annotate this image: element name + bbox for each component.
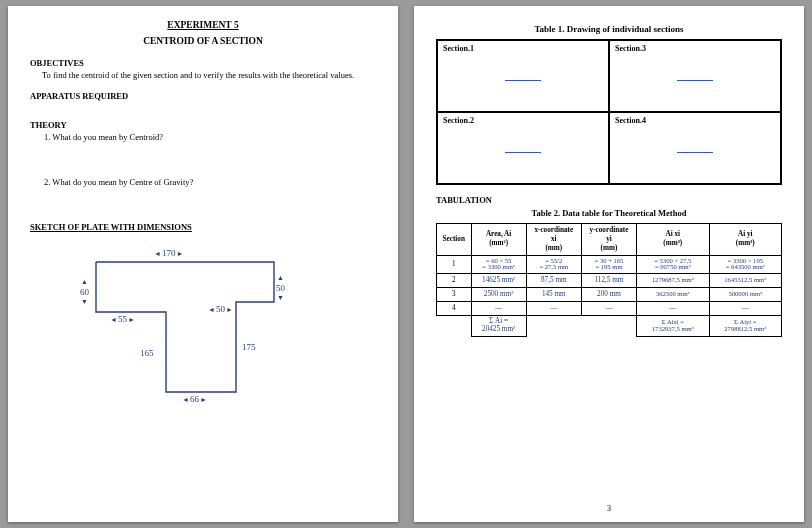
question-1: 1. What do you mean by Centroid? [44, 132, 376, 143]
theory-questions: 1. What do you mean by Centroid? 2. What… [44, 132, 376, 187]
cell-n: 3 [437, 288, 472, 302]
col-ax: Ai xi(mm³) [637, 223, 709, 255]
section-3-cell: Section.3 [609, 40, 781, 112]
cell-y: = 30 + 165= 195 mm [581, 255, 636, 274]
cell-ax: 1279687,5 mm³ [637, 274, 709, 288]
section-4-label: Section.4 [615, 116, 646, 125]
col-area: Area, Ai(mm²) [471, 223, 526, 255]
sum-area: Σ Ai =20425 mm² [471, 316, 526, 337]
dim-top: 170 [154, 248, 183, 259]
table-row: 2 14625 mm² 87,5 mm 112,5 mm 1279687,5 m… [437, 274, 782, 288]
cell-n: 4 [437, 302, 472, 316]
col-section: Section [437, 223, 472, 255]
q1-text: What do you mean by Centroid? [52, 132, 163, 142]
dim-50: 50 [208, 304, 233, 315]
question-2: 2. What do you mean by Centre of Gravity… [44, 177, 376, 188]
cell-area: 2500 mm² [471, 288, 526, 302]
sketch-dash-icon [505, 152, 541, 153]
dim-175: 175 [242, 342, 256, 353]
cell-n: 2 [437, 274, 472, 288]
experiment-subtitle: CENTROID OF A SECTION [30, 36, 376, 48]
cell-ay: = 3300 × 195= 643500 mm³ [709, 255, 782, 274]
col-x: x-coordinatexi(mm) [526, 223, 581, 255]
sum-ay: Σ Aiyi =2798812,5 mm³ [709, 316, 782, 337]
dim-bottom: 66 [182, 394, 207, 405]
cell-ax: 362500 mm³ [637, 288, 709, 302]
cell-x: 145 mm [526, 288, 581, 302]
page-number: 3 [414, 504, 804, 514]
cell-area: — [471, 302, 526, 316]
q1-number: 1. [44, 132, 50, 142]
dim-left-60: 60 [80, 278, 89, 307]
cell-ay: — [709, 302, 782, 316]
sum-ax: Σ Aixi =1732937,5 mm³ [637, 316, 709, 337]
cell-n: 1 [437, 255, 472, 274]
table-header-row: Section Area, Ai(mm²) x-coordinatexi(mm)… [437, 223, 782, 255]
table-row: 3 2500 mm² 145 mm 200 mm 362500 mm³ 5000… [437, 288, 782, 302]
col-ay: Ai yi(mm³) [709, 223, 782, 255]
col-y: y-coordinateyi(mm) [581, 223, 636, 255]
table-body: 1 = 60 × 55= 3300 mm² = 55/2= 27,5 mm = … [437, 255, 782, 337]
plate-sketch: 170 50 60 55 50 165 175 66 [64, 244, 324, 404]
section-1-label: Section.1 [443, 44, 474, 53]
sketch-dash-icon [505, 80, 541, 81]
q2-number: 2. [44, 177, 50, 187]
table2-title: Table 2. Data table for Theoretical Meth… [436, 208, 782, 219]
cell-x: — [526, 302, 581, 316]
objectives-text: To find the centroid of the given sectio… [42, 70, 376, 81]
data-table: Section Area, Ai(mm²) x-coordinatexi(mm)… [436, 223, 782, 338]
cell-ax: = 3300 × 27,5= 90750 mm³ [637, 255, 709, 274]
table-row: 4 — — — — — [437, 302, 782, 316]
cell-ay: 1645312,5 mm³ [709, 274, 782, 288]
dim-right-50: 50 [276, 274, 285, 303]
table-row: 1 = 60 × 55= 3300 mm² = 55/2= 27,5 mm = … [437, 255, 782, 274]
sketch-dash-icon [677, 152, 713, 153]
theory-heading: THEORY [30, 120, 376, 131]
dim-165: 165 [140, 348, 154, 359]
section-4-cell: Section.4 [609, 112, 781, 184]
section-2-label: Section.2 [443, 116, 474, 125]
cell-x: 87,5 mm [526, 274, 581, 288]
sketch-heading: SKETCH OF PLATE WITH DIMENSIONS [30, 222, 376, 233]
apparatus-heading: APPARATUS REQUIRED [30, 91, 376, 102]
sketch-dash-icon [677, 80, 713, 81]
plate-outline [64, 244, 324, 404]
cell-ay: 500000 mm³ [709, 288, 782, 302]
dim-55: 55 [110, 314, 135, 325]
table1-title: Table 1. Drawing of individual sections [436, 24, 782, 35]
tabulation-heading: TABULATION [436, 195, 782, 206]
section-3-label: Section.3 [615, 44, 646, 53]
table-totals-row: Σ Ai =20425 mm² Σ Aixi =1732937,5 mm³ Σ … [437, 316, 782, 337]
cell-y: 200 mm [581, 288, 636, 302]
section-2-cell: Section.2 [437, 112, 609, 184]
section-1-cell: Section.1 [437, 40, 609, 112]
pdf-spread: EXPERIMENT 5 CENTROID OF A SECTION OBJEC… [0, 0, 812, 528]
cell-area: = 60 × 55= 3300 mm² [471, 255, 526, 274]
experiment-title: EXPERIMENT 5 [30, 20, 376, 32]
cell-y: — [581, 302, 636, 316]
q2-text: What do you mean by Centre of Gravity? [52, 177, 193, 187]
page-1: EXPERIMENT 5 CENTROID OF A SECTION OBJEC… [8, 6, 398, 522]
cell-x: = 55/2= 27,5 mm [526, 255, 581, 274]
cell-area: 14625 mm² [471, 274, 526, 288]
sections-grid: Section.1 Section.3 Section.2 Section.4 [436, 39, 782, 185]
page-2: Table 1. Drawing of individual sections … [414, 6, 804, 522]
objectives-heading: OBJECTIVES [30, 58, 376, 69]
cell-y: 112,5 mm [581, 274, 636, 288]
cell-ax: — [637, 302, 709, 316]
